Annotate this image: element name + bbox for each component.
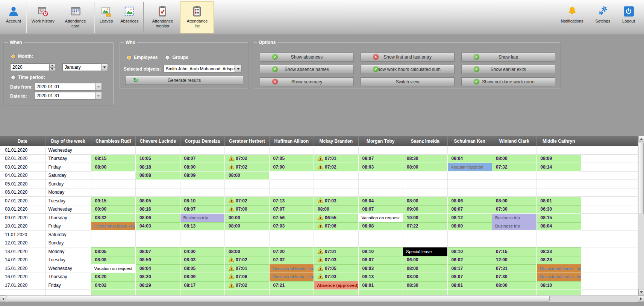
date-cell[interactable]: 09.01.2020 [0, 214, 45, 222]
absence-cell[interactable]: Occasional leave - fam [269, 264, 314, 273]
entry-cell[interactable]: 00:00 [91, 205, 136, 214]
day-of-week-cell[interactable]: Saturday [45, 231, 91, 239]
entry-cell[interactable]: 08:03 [180, 256, 225, 264]
absence-cell[interactable]: Absence (approved) [314, 281, 359, 290]
entry-cell[interactable]: 08:15 [536, 214, 581, 222]
date-cell[interactable]: 16.01.2020 [0, 273, 45, 281]
late-entry-cell[interactable]: !07:00 [225, 205, 270, 214]
entry-cell[interactable]: 08:17 [180, 281, 225, 290]
empty-cell[interactable] [403, 171, 448, 180]
date-from-input[interactable]: 2020-01-01 [34, 83, 95, 90]
empty-cell[interactable] [447, 231, 492, 239]
date-from-calendar-arrow[interactable] [95, 83, 102, 90]
empty-cell[interactable] [358, 171, 403, 180]
entry-cell[interactable]: 06:30 [536, 205, 581, 214]
day-of-week-cell[interactable]: Thursday [45, 273, 91, 281]
empty-cell[interactable] [492, 171, 537, 180]
date-cell[interactable]: 11.01.2020 [0, 231, 45, 239]
entry-cell[interactable]: 08:08 [91, 256, 136, 264]
day-of-week-cell[interactable]: Wednesday [45, 205, 91, 214]
entry-cell[interactable]: 08:04 [447, 154, 492, 163]
column-header-chevere-lucinde[interactable]: Chevere Lucinde [136, 136, 180, 146]
entry-cell[interactable] [447, 289, 492, 295]
entry-cell[interactable]: 08:07 [358, 205, 403, 214]
column-header-date[interactable]: Date [0, 136, 45, 146]
empty-cell[interactable] [403, 239, 448, 247]
empty-cell[interactable] [225, 180, 270, 188]
entry-cell[interactable]: 08:30 [403, 281, 448, 290]
day-of-week-cell[interactable]: Friday [45, 222, 91, 231]
day-of-week-cell[interactable] [45, 289, 91, 295]
entry-cell[interactable] [314, 289, 359, 295]
entry-cell[interactable]: 08:08 [358, 222, 403, 231]
option-button-show-absences[interactable]: ✓Show absences [260, 53, 354, 62]
entry-cell[interactable]: 08:05 [91, 247, 136, 256]
late-entry-cell[interactable]: !07:03 [314, 273, 359, 281]
entry-cell[interactable]: 08:13 [358, 273, 403, 281]
entry-cell[interactable]: 08:00 [492, 281, 537, 290]
entry-cell[interactable]: 08:12 [447, 214, 492, 222]
toolbar-item-logout[interactable]: Logout [619, 1, 638, 33]
late-entry-cell[interactable]: !07:02 [225, 154, 270, 163]
empty-cell[interactable] [136, 231, 180, 239]
date-cell[interactable]: 07.01.2020 [0, 197, 45, 205]
date-cell[interactable]: 15.01.2020 [0, 264, 45, 273]
entry-cell[interactable]: 08:18 [136, 163, 180, 172]
empty-cell[interactable] [180, 146, 225, 155]
entry-cell[interactable]: 08:00 [225, 171, 270, 180]
date-cell[interactable]: 01.01.2020 [0, 146, 45, 155]
late-entry-cell[interactable]: !07:01 [314, 154, 359, 163]
entry-cell[interactable] [536, 289, 581, 295]
toolbar-item-notifications[interactable]: Notifications [558, 1, 587, 33]
empty-cell[interactable] [492, 188, 537, 197]
entry-cell[interactable]: 08:15 [91, 154, 136, 163]
late-entry-cell[interactable]: !07:02 [225, 163, 270, 172]
entry-cell[interactable]: 08:09 [536, 154, 581, 163]
empty-cell[interactable] [136, 146, 180, 155]
entry-cell[interactable] [358, 289, 403, 295]
option-button-show-work-hours-calculated-sum[interactable]: ✓Show work hours calculated sum [361, 65, 455, 74]
day-of-week-cell[interactable]: Sunday [45, 180, 91, 188]
entry-cell[interactable]: 08:07 [447, 205, 492, 214]
empty-cell[interactable] [358, 239, 403, 247]
groups-radio[interactable] [165, 55, 170, 60]
entry-cell[interactable]: 08:01 [447, 281, 492, 290]
entry-cell[interactable]: 08:10 [536, 281, 581, 290]
absence-cell[interactable]: Vacation on request [358, 214, 403, 222]
entry-cell[interactable]: 08:01 [358, 281, 403, 290]
vertical-scrollbar[interactable] [638, 136, 644, 295]
column-header-morgan-toby[interactable]: Morgan Toby [358, 136, 403, 146]
employees-radio[interactable] [127, 55, 132, 60]
empty-cell[interactable] [91, 239, 136, 247]
absence-cell[interactable]: Occasional leave - fam [536, 273, 581, 281]
entry-cell[interactable]: 08:10 [447, 247, 492, 256]
entry-cell[interactable]: 08:30 [403, 154, 448, 163]
empty-cell[interactable] [314, 171, 359, 180]
entry-cell[interactable]: 10:05 [136, 154, 180, 163]
month-select-arrow[interactable] [101, 63, 108, 71]
late-entry-cell[interactable]: !07:02 [314, 163, 359, 172]
toolbar-item-leaves[interactable]: Leaves [96, 1, 116, 33]
entry-cell[interactable] [269, 289, 314, 295]
empty-cell[interactable] [269, 146, 314, 155]
empty-cell[interactable] [314, 239, 359, 247]
entry-cell[interactable]: 07:07 [269, 205, 314, 214]
entry-cell[interactable]: 08:28 [536, 256, 581, 264]
absence-cell[interactable]: Occasional leave - fam [536, 264, 581, 273]
empty-cell[interactable] [180, 180, 225, 188]
entry-cell[interactable]: 08:29 [136, 281, 180, 290]
entry-cell[interactable]: 08:00 [403, 197, 448, 205]
date-cell[interactable]: 06.01.2020 [0, 188, 45, 197]
empty-cell[interactable] [269, 171, 314, 180]
date-to-input[interactable]: 2020-01-31 [34, 92, 95, 99]
late-entry-cell[interactable]: !07:01 [225, 264, 270, 273]
entry-cell[interactable]: 08:03 [358, 163, 403, 172]
late-entry-cell[interactable]: !07:03 [314, 197, 359, 205]
day-of-week-cell[interactable]: Thursday [45, 154, 91, 163]
date-cell[interactable]: 17.01.2020 [0, 281, 45, 290]
option-button-show-summary[interactable]: ×Show summary [260, 77, 354, 86]
entry-cell[interactable]: 08:01 [536, 197, 581, 205]
empty-cell[interactable] [136, 239, 180, 247]
absence-cell[interactable]: Regular Vacation [447, 163, 492, 172]
empty-cell[interactable] [225, 146, 270, 155]
